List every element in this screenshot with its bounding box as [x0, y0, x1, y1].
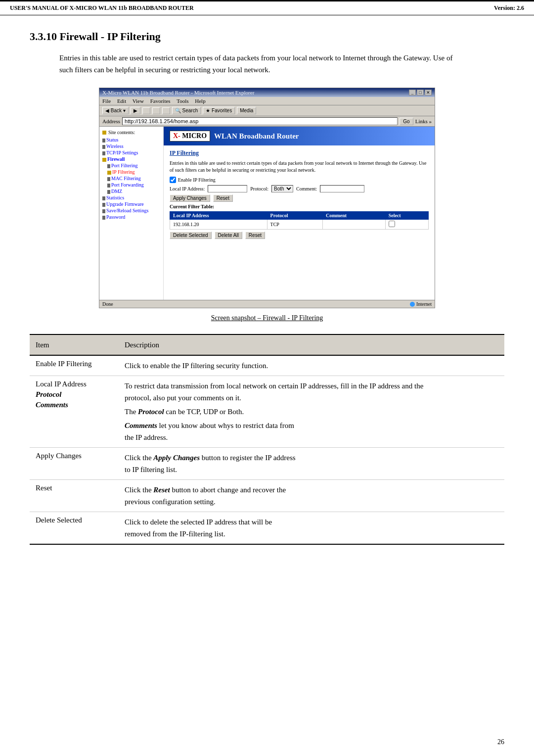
menu-favorites[interactable]: Favorites — [150, 98, 171, 104]
col-comment: Comment — [322, 212, 385, 220]
menu-view[interactable]: View — [133, 98, 144, 104]
menu-edit[interactable]: Edit — [117, 98, 126, 104]
item-header-text: Item — [36, 341, 49, 349]
menu-tools[interactable]: Tools — [177, 98, 188, 104]
site-contents-label: Site contents: — [102, 130, 160, 135]
col-protocol: Protocol — [267, 212, 322, 220]
header-right: Version: 2.6 — [494, 4, 524, 12]
item-protocol-label: Protocol — [36, 390, 113, 399]
menu-file[interactable]: File — [102, 98, 111, 104]
browser-titlebar-buttons: _ □ ✕ — [409, 90, 432, 95]
browser-titlebar: X-Micro WLAN 11b Broadband Router - Micr… — [99, 88, 435, 97]
delete-selected-button[interactable]: Delete Selected — [170, 232, 212, 239]
col-item-header: Item — [30, 334, 119, 355]
media-button[interactable]: Media — [237, 107, 256, 114]
table-row: Reset Click the Reset button to abort ch… — [30, 480, 504, 512]
address-input[interactable] — [122, 117, 398, 125]
browser-body: Site contents: Status Wireless TCP/IP Se… — [99, 127, 435, 300]
comment-input[interactable] — [320, 185, 364, 192]
sidebar-item-port-forwarding[interactable]: Port Forwarding — [107, 182, 160, 188]
sidebar-item-tcpip[interactable]: TCP/IP Settings — [102, 150, 160, 155]
sidebar-item-statistics[interactable]: Statistics — [102, 195, 160, 200]
action-buttons-row: Apply Changes Reset — [170, 194, 429, 202]
cell-select — [385, 220, 428, 230]
desc-reset: Click the Reset button to abort change a… — [119, 480, 504, 512]
local-ip-input[interactable] — [208, 185, 247, 192]
page-number: 26 — [497, 738, 504, 746]
item-local-ip: Local IP Address Protocol Comments — [30, 376, 119, 448]
sidebar-item-wireless[interactable]: Wireless — [102, 143, 160, 149]
caption-text: Screen snapshot – Firewall - IP Filterin… — [211, 314, 323, 322]
reset-button[interactable]: Reset — [213, 194, 233, 202]
page-content: 3.3.10 Firewall - IP Filtering Entries i… — [0, 15, 534, 574]
ip-filtering-desc: Entries in this table are used to restri… — [170, 160, 429, 174]
doc-icon — [102, 216, 105, 220]
internet-icon — [410, 302, 415, 307]
desc-enable: Click to enable the IP filtering securit… — [119, 355, 504, 376]
sidebar-item-firewall[interactable]: Firewall — [102, 156, 160, 162]
col-desc-header: Description — [119, 334, 504, 355]
desc-comments-note: Comments let you know about whys to rest… — [125, 420, 498, 431]
ip-form-row: Local IP Address: Protocol: Both TCP UDP… — [170, 185, 429, 192]
sidebar-item-ip-filtering[interactable]: IP Filtering — [107, 169, 160, 175]
enable-checkbox[interactable] — [170, 177, 176, 183]
sidebar-item-mac-filtering[interactable]: MAC Filtering — [107, 176, 160, 181]
doc-icon — [107, 177, 110, 181]
router-main: IP Filtering Entries in this table are u… — [164, 145, 435, 245]
item-comments-label: Comments — [36, 401, 113, 409]
table-row: Enable IP Filtering Click to enable the … — [30, 355, 504, 376]
doc-icon — [107, 190, 110, 194]
refresh-icon — [152, 107, 160, 114]
desc-protocol-note: The Protocol can be TCP, UDP or Both. — [125, 406, 498, 418]
item-enable: Enable IP Filtering — [30, 355, 119, 376]
desc-local-ip: To restrict data transmission from local… — [119, 376, 504, 448]
search-button[interactable]: 🔍 Search — [172, 107, 201, 114]
doc-icon — [102, 203, 105, 207]
browser-menubar: File Edit View Favorites Tools Help — [99, 97, 435, 105]
sidebar-item-dmz[interactable]: DMZ — [107, 189, 160, 194]
sidebar-item-save-reload[interactable]: Save/Reload Settings — [102, 208, 160, 213]
desc-delete-selected: Click to delete the selected IP address … — [119, 512, 504, 545]
screenshot-caption: Screen snapshot – Firewall - IP Filterin… — [30, 314, 504, 322]
doc-icon — [102, 209, 105, 213]
section-title: 3.3.10 Firewall - IP Filtering — [30, 30, 504, 43]
doc-icon — [102, 145, 105, 149]
browser-address-bar: Address Go Links » — [99, 116, 435, 127]
sidebar-item-upgrade[interactable]: Upgrade Firmware — [102, 201, 160, 207]
section-number: 3.3.10 — [30, 30, 57, 43]
table-row: 192.168.1.20 TCP — [170, 220, 429, 230]
enable-row: Enable IP Filtering — [170, 177, 429, 183]
forward-button[interactable]: ▶ — [131, 107, 140, 114]
current-filter-table-label: Current Filter Table: — [170, 204, 429, 209]
menu-help[interactable]: Help — [195, 98, 205, 104]
doc-icon — [102, 196, 105, 200]
router-title: WLAN Broadband Router — [214, 132, 299, 141]
address-label: Address — [102, 118, 120, 124]
sidebar-item-password[interactable]: Password — [102, 214, 160, 220]
desc-header-text: Description — [125, 341, 159, 349]
protocol-select[interactable]: Both TCP UDP — [271, 185, 293, 192]
router-content: X- MICRO WLAN Broadband Router IP Filter… — [164, 127, 435, 300]
favorites-button[interactable]: ★ Favorites — [203, 107, 235, 114]
maximize-btn[interactable]: □ — [417, 90, 424, 95]
desc-comments-note2: the IP address. — [125, 431, 498, 443]
delete-all-button[interactable]: Delete All — [215, 232, 242, 239]
doc-icon — [107, 164, 110, 168]
sidebar-item-status[interactable]: Status — [102, 137, 160, 142]
status-internet: Internet — [410, 301, 432, 307]
table-reset-button[interactable]: Reset — [245, 232, 265, 239]
close-btn[interactable]: ✕ — [425, 90, 432, 95]
ip-filtering-heading: IP Filtering — [170, 149, 429, 157]
desc-apply-text: Click the Apply Changes button to regist… — [125, 452, 498, 464]
go-button[interactable]: Go — [400, 118, 413, 125]
apply-changes-button[interactable]: Apply Changes — [170, 194, 210, 202]
minimize-btn[interactable]: _ — [409, 90, 416, 95]
back-button[interactable]: ◀ Back ▾ — [102, 107, 129, 114]
desc-protocol-text: protocol, also put your comments on it. — [125, 392, 498, 404]
row-select-checkbox[interactable] — [389, 221, 395, 227]
sidebar-item-port-filtering[interactable]: Port Filtering — [107, 163, 160, 168]
col-select: Select — [385, 212, 428, 220]
header-left: USER'S MANUAL OF X-MICRO WLAN 11b BROADB… — [10, 4, 194, 12]
intro-text: Entries in this table are used to restri… — [59, 52, 465, 76]
status-done: Done — [102, 301, 113, 307]
